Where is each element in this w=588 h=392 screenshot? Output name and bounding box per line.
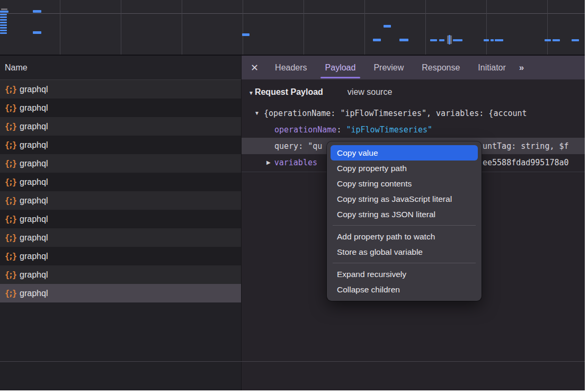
overview-request-bar [0, 16, 7, 18]
overview-request-bar [495, 39, 503, 41]
overview-request-bar [572, 39, 579, 41]
request-name-label: graphql [20, 196, 48, 206]
section-collapse-caret-icon[interactable]: ▼ [242, 89, 255, 96]
section-title: Request Payload [255, 87, 323, 97]
overview-request-bar [1, 8, 7, 10]
json-braces-icon: {;} [0, 103, 20, 113]
request-name-label: graphql [20, 122, 48, 131]
request-name-label: graphql [20, 270, 48, 280]
request-list-panel: Name {;}graphql{;}graphql{;}graphql{;}gr… [0, 56, 242, 390]
tab-initiator[interactable]: Initiator [473, 56, 510, 79]
view-source-link[interactable]: view source [348, 87, 392, 97]
network-request-row[interactable]: {;}graphql [0, 99, 241, 117]
request-name-label: graphql [20, 252, 48, 261]
request-list: {;}graphql{;}graphql{;}graphql{;}graphql… [0, 80, 241, 302]
network-request-row[interactable]: {;}graphql [0, 80, 241, 99]
tab-headers[interactable]: Headers [270, 56, 311, 79]
overview-request-bar [430, 39, 437, 41]
menu-item-copy-string-as-json-literal[interactable]: Copy string as JSON literal [331, 207, 478, 222]
overview-request-bar [0, 27, 7, 29]
overview-gridline-vertical [486, 0, 487, 55]
tab-response[interactable]: Response [417, 56, 465, 79]
request-name-label: graphql [20, 233, 48, 243]
json-braces-icon: {;} [0, 122, 20, 131]
network-request-row[interactable]: {;}graphql [0, 265, 241, 284]
network-request-row[interactable]: {;}graphql [0, 284, 241, 302]
name-column-label: Name [0, 63, 28, 73]
request-payload-header[interactable]: ▼ Request Payload view source [242, 79, 585, 105]
overview-gridline-vertical [60, 0, 60, 55]
overview-request-bar [33, 31, 41, 34]
network-overview-timeline[interactable] [0, 0, 585, 56]
footer-divider [0, 361, 585, 362]
menu-item-copy-string-contents[interactable]: Copy string contents [331, 176, 478, 191]
menu-item-expand-recursively[interactable]: Expand recursively [331, 266, 478, 282]
network-request-row[interactable]: {;}graphql [0, 173, 241, 191]
json-braces-icon: {;} [0, 196, 20, 206]
overview-request-bar [484, 39, 489, 41]
request-name-label: graphql [20, 103, 48, 113]
tab-payload[interactable]: Payload [320, 56, 361, 79]
variables-key-text: variables [274, 158, 317, 167]
menu-item-copy-string-as-javascript-literal[interactable]: Copy string as JavaScript literal [331, 191, 478, 207]
request-name-label: graphql [20, 177, 48, 187]
overview-request-bar [0, 32, 7, 34]
overview-gridline-horizontal [0, 13, 585, 14]
more-tabs-icon[interactable]: » [516, 63, 525, 73]
menu-item-store-as-global-variable[interactable]: Store as global variable [331, 244, 478, 260]
network-request-row[interactable]: {;}graphql [0, 247, 241, 265]
overview-request-bar [384, 25, 391, 28]
json-braces-icon: {;} [0, 233, 20, 243]
overview-request-bar [373, 39, 381, 41]
network-request-row[interactable]: {;}graphql [0, 154, 241, 173]
json-braces-icon: {;} [0, 289, 20, 298]
network-request-row[interactable]: {;}graphql [0, 210, 241, 228]
payload-preview-text: {operationName: "ipFlowTimeseries", vari… [264, 109, 527, 118]
query-text-left: query: "qu [242, 141, 322, 151]
detail-tab-bar: ✕ HeadersPayloadPreviewResponseInitiator… [242, 56, 585, 79]
overview-request-bar [439, 39, 444, 41]
menu-divider [333, 225, 476, 226]
overview-request-bar [0, 30, 7, 31]
network-request-row[interactable]: {;}graphql [0, 228, 241, 247]
tabs-holder: HeadersPayloadPreviewResponseInitiator [266, 56, 515, 79]
overview-gridline-vertical [425, 0, 426, 55]
json-braces-icon: {;} [0, 252, 20, 261]
network-request-row[interactable]: {;}graphql [0, 117, 241, 136]
overview-gridline-vertical [243, 0, 243, 55]
menu-divider [333, 263, 476, 263]
json-braces-icon: {;} [0, 215, 20, 224]
overview-gridline-vertical [304, 0, 304, 55]
query-text-right-fragment: untTag: string, $f [483, 138, 569, 154]
json-braces-icon: {;} [0, 270, 20, 280]
overview-request-bar [0, 14, 7, 15]
json-braces-icon: {;} [0, 85, 20, 94]
overview-request-bar [491, 39, 494, 41]
expand-caret-icon[interactable]: ▼ [242, 110, 264, 116]
operation-name-row[interactable]: operationName: "ipFlowTimeseries" [242, 121, 585, 138]
json-braces-icon: {;} [0, 177, 20, 187]
menu-item-copy-value[interactable]: Copy value [331, 145, 478, 161]
tab-preview[interactable]: Preview [369, 56, 408, 79]
overview-request-bar [0, 22, 7, 23]
operation-name-text: operationName: "ipFlowTimeseries" [242, 125, 432, 135]
request-name-label: graphql [20, 159, 48, 168]
menu-item-add-property-path-to-watch[interactable]: Add property path to watch [331, 229, 478, 244]
overview-gridline-vertical [364, 0, 365, 55]
overview-request-bar [449, 35, 450, 44]
close-icon[interactable]: ✕ [242, 62, 266, 74]
overview-gridline-vertical [182, 0, 182, 55]
request-name-label: graphql [20, 85, 48, 94]
overview-request-bar [33, 10, 41, 13]
network-request-row[interactable]: {;}graphql [0, 136, 241, 154]
menu-item-copy-property-path[interactable]: Copy property path [331, 161, 478, 176]
overview-gridline-vertical [547, 0, 548, 55]
menu-item-collapse-children[interactable]: Collapse children [331, 282, 478, 297]
network-request-row[interactable]: {;}graphql [0, 191, 241, 210]
request-name-label: graphql [20, 289, 48, 298]
expand-caret-icon[interactable]: ▶ [242, 159, 274, 165]
overview-request-bar [545, 39, 551, 41]
name-column-header[interactable]: Name [0, 56, 241, 80]
request-name-label: graphql [20, 140, 48, 150]
payload-root-row[interactable]: ▼ {operationName: "ipFlowTimeseries", va… [242, 105, 585, 121]
